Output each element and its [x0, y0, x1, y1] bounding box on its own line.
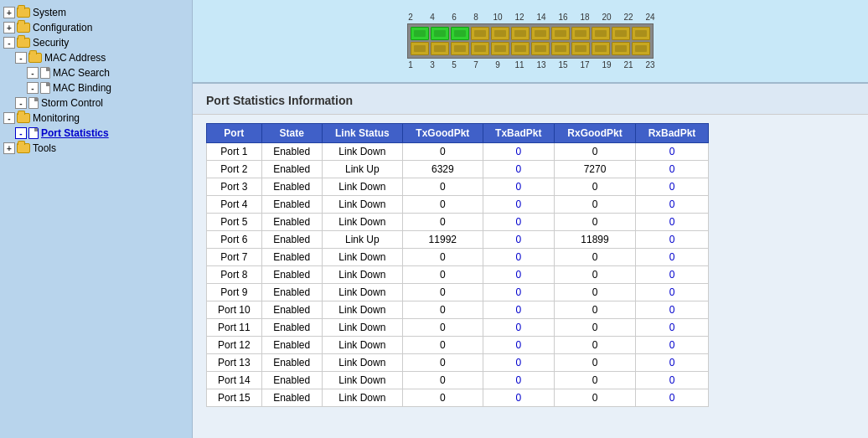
port-18[interactable]: [571, 27, 590, 40]
expand-mac-search-icon[interactable]: -: [27, 67, 39, 79]
cell-rx_bad: 0: [636, 249, 709, 266]
table-row: Port 5EnabledLink Down0000: [207, 214, 709, 231]
sidebar-label-port-statistics: Port Statistics: [41, 127, 109, 139]
expand-system-icon[interactable]: +: [3, 7, 15, 18]
expand-config-icon[interactable]: +: [3, 22, 15, 33]
port-7[interactable]: [471, 42, 489, 55]
port-14[interactable]: [531, 27, 550, 40]
table-row: Port 9EnabledLink Down0000: [207, 284, 709, 301]
port-num-15: 15: [552, 60, 574, 70]
table-row: Port 10EnabledLink Down0000: [207, 301, 709, 319]
folder-tools-icon: [17, 143, 30, 153]
cell-rx_good: 0: [554, 266, 635, 284]
port-num-19: 19: [596, 60, 617, 70]
port-20[interactable]: [592, 27, 610, 40]
sidebar-item-mac-binding[interactable]: - MAC Binding: [0, 80, 192, 95]
expand-mac-address-icon[interactable]: -: [15, 52, 27, 64]
cell-link_status: Link Down: [322, 178, 402, 196]
expand-mac-binding-icon[interactable]: -: [27, 82, 39, 94]
port-4[interactable]: [431, 27, 449, 40]
cell-rx_good: 0: [554, 319, 635, 337]
sidebar-item-system[interactable]: + System: [0, 5, 192, 20]
sidebar-label-mac-binding: MAC Binding: [53, 82, 111, 94]
port-pair-15-16: [551, 27, 570, 55]
cell-link_status: Link Down: [322, 301, 402, 319]
port-10[interactable]: [491, 27, 509, 40]
sidebar-item-tools[interactable]: + Tools: [0, 141, 192, 156]
port-17[interactable]: [571, 42, 590, 55]
port-9[interactable]: [491, 42, 509, 55]
cell-tx_good: 0: [403, 284, 483, 301]
cell-port: Port 8: [207, 266, 262, 284]
sidebar-label-monitoring: Monitoring: [33, 112, 80, 124]
expand-tools-icon[interactable]: +: [3, 142, 15, 154]
port-num-13: 13: [530, 60, 552, 70]
port-11[interactable]: [511, 42, 530, 55]
cell-port: Port 5: [207, 214, 262, 231]
cell-rx_good: 11899: [554, 231, 635, 249]
col-header-rxbadpkt: RxBadPkt: [636, 124, 709, 143]
cell-state: Enabled: [261, 389, 322, 407]
cell-tx_bad: 0: [483, 214, 554, 231]
cell-state: Enabled: [261, 143, 322, 161]
cell-rx_good: 0: [554, 337, 635, 354]
cell-tx_bad: 0: [483, 301, 554, 319]
port-22[interactable]: [612, 27, 630, 40]
port-num-1: 1: [400, 60, 421, 70]
cell-state: Enabled: [261, 372, 322, 389]
sidebar-item-mac-search[interactable]: - MAC Search: [0, 65, 192, 80]
port-1[interactable]: [411, 42, 429, 55]
expand-monitoring-icon[interactable]: -: [3, 112, 15, 124]
cell-link_status: Link Up: [322, 161, 402, 178]
cell-tx_good: 0: [403, 319, 483, 337]
cell-link_status: Link Down: [322, 337, 402, 354]
port-21[interactable]: [612, 42, 630, 55]
cell-port: Port 7: [207, 249, 262, 266]
col-header-txgoodpkt: TxGoodPkt: [403, 124, 483, 143]
port-6[interactable]: [451, 27, 469, 40]
cell-tx_bad: 0: [483, 231, 554, 249]
sidebar-label-mac-address: MAC Address: [44, 52, 106, 64]
port-16[interactable]: [551, 27, 570, 40]
table-row: Port 13EnabledLink Down0000: [207, 354, 709, 372]
port-5[interactable]: [451, 42, 469, 55]
port-12[interactable]: [511, 27, 530, 40]
table-row: Port 6EnabledLink Up119920118990: [207, 231, 709, 249]
sidebar-item-storm-control[interactable]: - Storm Control: [0, 95, 192, 111]
cell-tx_bad: 0: [483, 178, 554, 196]
cell-tx_good: 0: [403, 301, 483, 319]
port-23[interactable]: [632, 42, 650, 55]
sidebar-item-security[interactable]: - Security: [0, 35, 192, 50]
expand-storm-icon[interactable]: -: [15, 97, 27, 109]
table-row: Port 3EnabledLink Down0000: [207, 178, 709, 196]
cell-link_status: Link Down: [322, 372, 402, 389]
cell-tx_good: 0: [403, 178, 483, 196]
col-header-rxgoodpkt: RxGoodPkt: [554, 124, 635, 143]
cell-rx_bad: 0: [636, 337, 709, 354]
port-19[interactable]: [592, 42, 610, 55]
sidebar-item-port-statistics[interactable]: - Port Statistics: [0, 126, 192, 141]
sidebar-item-mac-address[interactable]: - MAC Address: [0, 50, 192, 65]
cell-link_status: Link Down: [322, 319, 402, 337]
port-2[interactable]: [411, 27, 429, 40]
port-24[interactable]: [632, 27, 650, 40]
port-13[interactable]: [531, 42, 550, 55]
device-diagram-area: 2 4 6 8 10 12 14 16 18 20 22 24: [193, 0, 868, 84]
port-15[interactable]: [551, 42, 570, 55]
port-3[interactable]: [431, 42, 449, 55]
port-8[interactable]: [471, 27, 489, 40]
cell-port: Port 4: [207, 196, 262, 214]
cell-state: Enabled: [261, 231, 322, 249]
port-num-5: 5: [443, 60, 465, 70]
col-header-txbadpkt: TxBadPkt: [483, 124, 554, 143]
sidebar-item-configuration[interactable]: + Configuration: [0, 20, 192, 35]
doc-port-stats-icon: [28, 127, 39, 139]
sidebar-item-monitoring[interactable]: - Monitoring: [0, 111, 192, 126]
expand-port-stats-icon[interactable]: -: [15, 127, 27, 139]
expand-security-icon[interactable]: -: [3, 37, 15, 49]
table-row: Port 7EnabledLink Down0000: [207, 249, 709, 266]
main-area: 2 4 6 8 10 12 14 16 18 20 22 24: [193, 0, 868, 438]
cell-state: Enabled: [261, 266, 322, 284]
cell-tx_bad: 0: [483, 372, 554, 389]
cell-tx_bad: 0: [483, 249, 554, 266]
